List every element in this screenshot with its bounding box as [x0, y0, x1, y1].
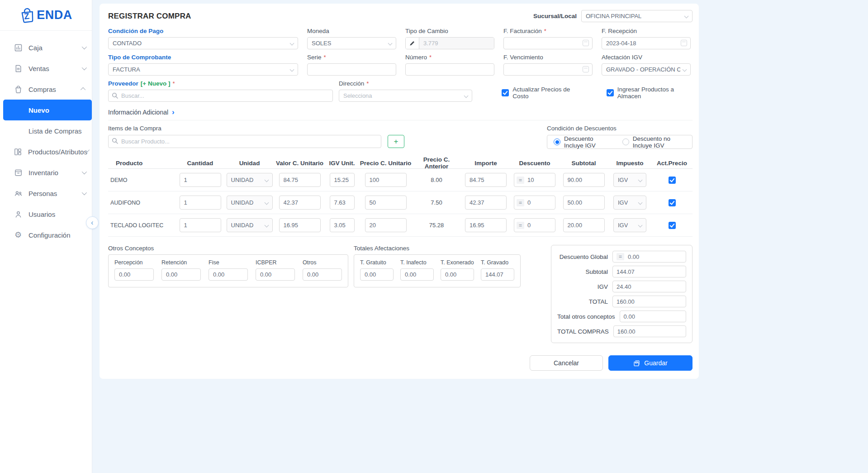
- informacion-adicional-toggle[interactable]: Información Adicional ›: [108, 108, 693, 116]
- registrar-compra-card: REGISTRAR COMPRA Sucursal/Local OFICINA …: [100, 4, 699, 379]
- sidebar-item-label: Usuarios: [28, 210, 85, 218]
- direccion-select[interactable]: Selecciona: [339, 90, 472, 102]
- otros-input[interactable]: [303, 268, 342, 281]
- importe-input[interactable]: [465, 218, 507, 232]
- t-inafecto-input[interactable]: [400, 268, 434, 281]
- igv-unit-input[interactable]: [330, 218, 355, 232]
- subtotal-input[interactable]: [563, 173, 605, 187]
- descuento-input[interactable]: =0: [514, 218, 555, 232]
- cantidad-input[interactable]: [180, 218, 221, 232]
- sidebar-subitem-lista-de-compras[interactable]: Lista de Compras: [0, 120, 92, 141]
- precio-unitario-input[interactable]: [365, 173, 407, 187]
- serie-input[interactable]: [307, 63, 396, 76]
- importe-input[interactable]: [465, 196, 507, 210]
- sidebar-collapse-button[interactable]: ‹: [86, 216, 99, 229]
- t-gratuito-input[interactable]: [360, 268, 394, 281]
- tipo-comprobante-select[interactable]: FACTURA: [108, 63, 298, 76]
- chevron-down-icon: [638, 178, 643, 182]
- equals-icon[interactable]: =: [517, 222, 524, 229]
- moneda-select[interactable]: SOLES: [307, 37, 396, 49]
- sidebar-item-usuarios[interactable]: Usuarios: [0, 204, 92, 225]
- sidebar-item-compras[interactable]: Compras: [0, 79, 92, 100]
- impuesto-select[interactable]: IGV: [613, 173, 646, 187]
- save-button[interactable]: Guardar: [608, 355, 693, 371]
- precio-unitario-input[interactable]: [365, 218, 407, 232]
- igv-unit-input[interactable]: [330, 173, 355, 187]
- tipo-cambio-label: Tipo de Cambio: [405, 28, 494, 34]
- col-descuento: Descuento: [510, 160, 559, 167]
- retencion-input[interactable]: [161, 268, 201, 281]
- act-precio-checkbox[interactable]: [669, 222, 676, 229]
- items-title: Items de la Compra: [108, 125, 404, 132]
- igv-unit-input[interactable]: [330, 196, 355, 210]
- impuesto-select[interactable]: IGV: [613, 196, 646, 210]
- importe-input[interactable]: [465, 173, 507, 187]
- descuento-global-input[interactable]: = 0.00: [612, 251, 686, 263]
- proveedor-nuevo-link[interactable]: [+ Nuevo ]: [141, 80, 171, 87]
- subtotal-input[interactable]: [563, 218, 605, 232]
- sucursal-select[interactable]: OFICINA PRINCIPAL: [581, 10, 693, 22]
- col-cantidad: Cantidad: [176, 160, 224, 167]
- col-subtotal: Subtotal: [559, 160, 608, 167]
- descuento-input[interactable]: =0: [514, 196, 555, 210]
- sidebar-item-configuracion[interactable]: ⚙ Configuración: [0, 225, 92, 245]
- chevron-down-icon: [82, 65, 87, 70]
- sidebar-item-ventas[interactable]: Ventas: [0, 58, 92, 79]
- proveedor-search-input[interactable]: [108, 90, 333, 102]
- t-gravado-input[interactable]: [481, 268, 514, 281]
- t-exonerado-input[interactable]: [441, 268, 474, 281]
- tipo-comprobante-label: Tipo de Comprobante: [108, 54, 298, 61]
- t-gratuito-label: T. Gratuito: [360, 259, 394, 266]
- valor-unitario-input[interactable]: [279, 173, 321, 187]
- impuesto-select[interactable]: IGV: [613, 218, 646, 232]
- valor-unitario-input[interactable]: [279, 218, 321, 232]
- descuento-input[interactable]: =10: [514, 173, 555, 187]
- act-precio-checkbox[interactable]: [669, 199, 676, 206]
- chevron-down-icon: [82, 190, 87, 195]
- unidad-select[interactable]: UNIDAD: [227, 173, 273, 187]
- sidebar-item-label: Ventas: [28, 65, 82, 72]
- cancel-button[interactable]: Cancelar: [530, 355, 603, 371]
- icbper-input[interactable]: [256, 268, 295, 281]
- percepcion-input[interactable]: [114, 268, 154, 281]
- equals-icon[interactable]: =: [617, 253, 624, 260]
- retencion-label: Retención: [161, 259, 201, 266]
- afectacion-igv-select[interactable]: GRAVADO - OPERACIÓN ONER...: [602, 63, 691, 76]
- add-item-button[interactable]: +: [388, 135, 404, 148]
- actualizar-precios-checkbox[interactable]: Actualizar Precios de Costo: [502, 86, 581, 100]
- condicion-pago-select[interactable]: CONTADO: [108, 37, 298, 49]
- sidebar-item-inventario[interactable]: Inventario: [0, 162, 92, 183]
- precio-unitario-input[interactable]: [365, 196, 407, 210]
- sidebar-item-personas[interactable]: Personas: [0, 183, 92, 204]
- col-producto: Producto: [108, 160, 176, 167]
- table-row: DEMO UNIDAD 8.00 =10 IGV: [108, 169, 693, 191]
- f-facturacion-input[interactable]: [503, 37, 593, 49]
- f-recepcion-input[interactable]: [602, 37, 691, 49]
- product-search-input[interactable]: [108, 135, 381, 148]
- fise-input[interactable]: [209, 268, 248, 281]
- brand-text: ENDA: [37, 8, 72, 22]
- sidebar-item-productos-atributos[interactable]: Productos/Atributos: [0, 141, 92, 162]
- equals-icon[interactable]: =: [517, 199, 524, 206]
- required-mark: *: [366, 80, 369, 87]
- descuento-incluye-igv-radio[interactable]: Descuento Incluye IGV: [554, 135, 611, 149]
- cantidad-input[interactable]: [180, 173, 221, 187]
- equals-icon[interactable]: =: [517, 177, 524, 184]
- descuento-no-incluye-igv-radio[interactable]: Descuento no Incluye IGV: [622, 135, 686, 149]
- sidebar-item-caja[interactable]: Caja: [0, 37, 92, 58]
- act-precio-checkbox[interactable]: [669, 177, 676, 184]
- valor-unitario-input[interactable]: [279, 196, 321, 210]
- sidebar-menu: Caja Ventas Compras Nuevo Lista de Compr…: [0, 31, 92, 245]
- required-mark: *: [544, 28, 546, 34]
- unidad-select[interactable]: UNIDAD: [227, 196, 273, 210]
- unidad-select[interactable]: UNIDAD: [227, 218, 273, 232]
- subtotal-input[interactable]: [563, 196, 605, 210]
- brand-logo[interactable]: Z ENDA: [0, 0, 92, 31]
- chevron-down-icon: [683, 67, 687, 72]
- f-vencimiento-input[interactable]: [503, 63, 593, 76]
- cantidad-input[interactable]: [180, 196, 221, 210]
- ingresar-almacen-checkbox[interactable]: Ingresar Productos a Almacen: [607, 86, 693, 100]
- edit-rate-button[interactable]: [406, 38, 419, 49]
- numero-input[interactable]: [405, 63, 494, 76]
- sidebar-subitem-nuevo[interactable]: Nuevo: [3, 100, 92, 120]
